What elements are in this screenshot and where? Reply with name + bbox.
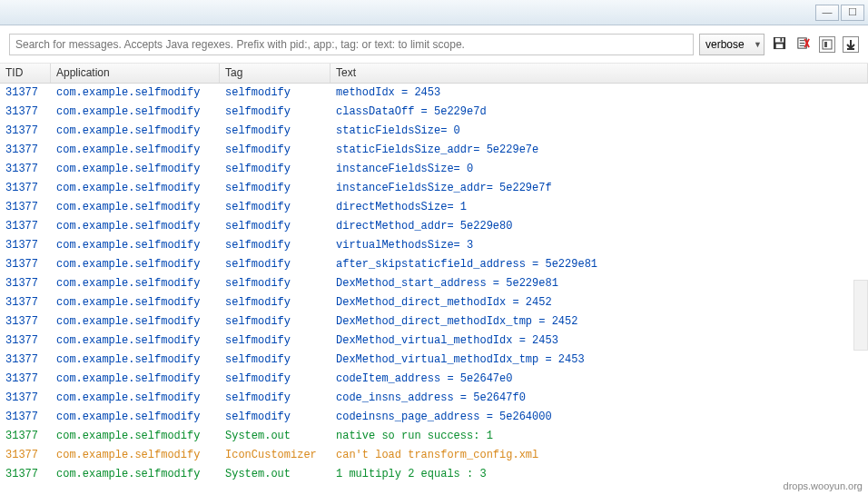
cell-application: com.example.selfmodify: [51, 274, 220, 293]
column-header-tid[interactable]: TID: [0, 64, 51, 83]
cell-tid: 31377: [0, 84, 51, 103]
watermark: drops.wooyun.org: [784, 480, 863, 491]
cell-tag: selfmodify: [220, 370, 330, 389]
cell-tid: 31377: [0, 198, 51, 217]
cell-application: com.example.selfmodify: [51, 255, 220, 274]
log-row[interactable]: 31377com.example.selfmodifyselfmodifyins…: [0, 179, 868, 198]
cell-application: com.example.selfmodify: [51, 351, 220, 370]
cell-tid: 31377: [0, 141, 51, 160]
cell-application: com.example.selfmodify: [51, 446, 220, 465]
cell-text: after_skipstaticfield_address = 5e229e81: [330, 255, 868, 274]
log-row[interactable]: 31377com.example.selfmodifyselfmodifysta…: [0, 141, 868, 160]
log-row[interactable]: 31377com.example.selfmodifyselfmodifydir…: [0, 217, 868, 236]
cell-tid: 31377: [0, 446, 51, 465]
maximize-button[interactable]: ☐: [841, 5, 864, 21]
cell-application: com.example.selfmodify: [51, 312, 220, 332]
log-row[interactable]: 31377com.example.selfmodifyselfmodifyDex…: [0, 351, 868, 370]
log-row[interactable]: 31377com.example.selfmodifyselfmodifyins…: [0, 160, 868, 179]
cell-text: codeinsns_page_address = 5e264000: [330, 408, 868, 427]
cell-text: DexMethod_start_address = 5e229e81: [330, 274, 868, 293]
cell-tid: 31377: [0, 160, 51, 179]
cell-tag: selfmodify: [220, 217, 330, 236]
log-row[interactable]: 31377com.example.selfmodifyIconCustomize…: [0, 446, 868, 465]
cell-application: com.example.selfmodify: [51, 141, 220, 160]
log-row[interactable]: 31377com.example.selfmodifySystem.outnat…: [0, 427, 868, 446]
log-level-label: verbose: [705, 38, 745, 51]
column-header-tag[interactable]: Tag: [220, 64, 330, 83]
log-row[interactable]: 31377com.example.selfmodifyselfmodify cl…: [0, 103, 868, 122]
cell-tag: selfmodify: [220, 255, 330, 274]
cell-text: directMethodsSize= 1: [330, 198, 868, 217]
cell-application: com.example.selfmodify: [51, 427, 220, 446]
logcat-toolbar: verbose ▼: [0, 25, 868, 64]
cell-text: methodIdx = 2453: [330, 84, 868, 103]
cell-text: DexMethod_direct_methodIdx_tmp = 2452: [330, 312, 868, 332]
cell-tag: selfmodify: [220, 351, 330, 370]
cell-text: code_insns_address = 5e2647f0: [330, 389, 868, 408]
log-row[interactable]: 31377com.example.selfmodifyselfmodifyDex…: [0, 293, 868, 312]
cell-application: com.example.selfmodify: [51, 198, 220, 217]
cell-tag: selfmodify: [220, 179, 330, 198]
cell-tid: 31377: [0, 351, 51, 370]
search-input[interactable]: [9, 34, 694, 55]
log-row[interactable]: 31377com.example.selfmodifyselfmodifysta…: [0, 122, 868, 141]
log-row[interactable]: 31377com.example.selfmodifyselfmodifyvir…: [0, 236, 868, 255]
scroll-lock-button[interactable]: [817, 35, 835, 54]
cell-application: com.example.selfmodify: [51, 217, 220, 236]
cell-tag: selfmodify: [220, 198, 330, 217]
cell-application: com.example.selfmodify: [51, 408, 220, 427]
cell-text: codeItem_address = 5e2647e0: [330, 370, 868, 389]
cell-text: DexMethod_virtual_methodIdx = 2453: [330, 332, 868, 351]
cell-tag: selfmodify: [220, 84, 330, 103]
svg-rect-3: [780, 37, 782, 41]
cell-application: com.example.selfmodify: [51, 179, 220, 198]
cell-application: com.example.selfmodify: [51, 236, 220, 255]
cell-text: staticFieldsSize= 0: [330, 122, 868, 141]
cell-text: native so run success: 1: [330, 427, 868, 446]
cell-text: staticFieldsSize_addr= 5e229e7e: [330, 141, 868, 160]
log-row[interactable]: 31377com.example.selfmodifyselfmodifyDex…: [0, 332, 868, 351]
cell-tid: 31377: [0, 103, 51, 122]
cell-application: com.example.selfmodify: [51, 465, 220, 484]
log-row[interactable]: 31377com.example.selfmodifySystem.out1 m…: [0, 465, 868, 484]
cell-tid: 31377: [0, 217, 51, 236]
cell-tag: selfmodify: [220, 122, 330, 141]
clear-log-button[interactable]: [794, 35, 812, 54]
cell-tag: selfmodify: [220, 141, 330, 160]
log-row[interactable]: 31377com.example.selfmodifyselfmodifycod…: [0, 408, 868, 427]
log-level-dropdown[interactable]: verbose ▼: [699, 34, 764, 55]
cell-tid: 31377: [0, 332, 51, 351]
scroll-end-button[interactable]: [841, 35, 859, 54]
log-row[interactable]: 31377com.example.selfmodifyselfmodifyDex…: [0, 312, 868, 332]
log-row[interactable]: 31377com.example.selfmodifyselfmodifyaft…: [0, 255, 868, 274]
cell-tid: 31377: [0, 389, 51, 408]
log-row[interactable]: 31377com.example.selfmodifyselfmodifymet…: [0, 84, 868, 103]
cell-tag: System.out: [220, 465, 330, 484]
cell-text: instanceFieldsSize= 0: [330, 160, 868, 179]
cell-tid: 31377: [0, 427, 51, 446]
save-icon: [773, 36, 786, 53]
cell-text: directMethod_addr= 5e229e80: [330, 217, 868, 236]
log-row[interactable]: 31377com.example.selfmodifyselfmodifyDex…: [0, 274, 868, 293]
clear-log-icon: [796, 36, 810, 53]
cell-tid: 31377: [0, 370, 51, 389]
svg-rect-1: [774, 37, 783, 42]
log-row[interactable]: 31377com.example.selfmodifyselfmodifycod…: [0, 370, 868, 389]
vertical-scrollbar[interactable]: [853, 280, 868, 351]
cell-tag: selfmodify: [220, 389, 330, 408]
cell-tag: selfmodify: [220, 160, 330, 179]
log-row[interactable]: 31377com.example.selfmodifyselfmodifycod…: [0, 389, 868, 408]
cell-application: com.example.selfmodify: [51, 370, 220, 389]
cell-text: classDataOff = 5e229e7d: [330, 103, 868, 122]
log-table-header: TID Application Tag Text: [0, 64, 868, 84]
log-row[interactable]: 31377com.example.selfmodifyselfmodifydir…: [0, 198, 868, 217]
column-header-text[interactable]: Text: [330, 64, 868, 83]
scroll-lock-icon: [819, 36, 835, 53]
minimize-button[interactable]: —: [815, 5, 839, 21]
column-header-application[interactable]: Application: [51, 64, 220, 83]
log-table-body[interactable]: 31377com.example.selfmodifyselfmodifymet…: [0, 84, 868, 484]
cell-application: com.example.selfmodify: [51, 293, 220, 312]
cell-tag: selfmodify: [220, 408, 330, 427]
cell-application: com.example.selfmodify: [51, 389, 220, 408]
save-log-button[interactable]: [770, 35, 788, 54]
